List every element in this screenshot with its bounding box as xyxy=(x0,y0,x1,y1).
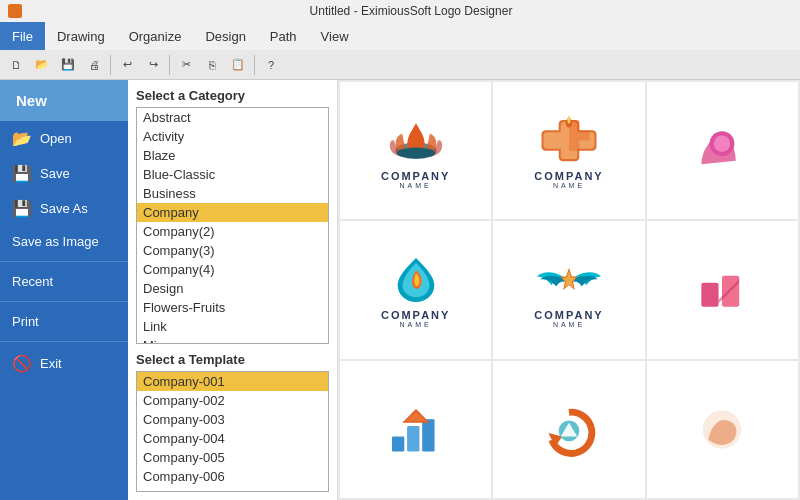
template-item[interactable]: Company-007 xyxy=(137,486,328,491)
app-icon xyxy=(8,4,22,18)
save-as-label: Save As xyxy=(40,201,88,216)
menu-item-file[interactable]: File xyxy=(0,22,45,50)
preview-cell-1[interactable]: COMPANY NAME xyxy=(340,82,491,219)
window-icons xyxy=(8,4,22,18)
toolbar-paste[interactable]: 📋 xyxy=(226,53,250,77)
open-label: Open xyxy=(40,131,72,146)
exit-icon: 🚫 xyxy=(12,354,32,373)
category-item[interactable]: Business xyxy=(137,184,328,203)
template-item[interactable]: Company-003 xyxy=(137,410,328,429)
divider1 xyxy=(0,261,128,262)
svg-rect-13 xyxy=(422,419,434,451)
toolbar-copy[interactable]: ⎘ xyxy=(200,53,224,77)
category-item[interactable]: Misc xyxy=(137,336,328,343)
template-item[interactable]: Company-004 xyxy=(137,429,328,448)
toolbar-print[interactable]: 🖨 xyxy=(82,53,106,77)
save-as-icon: 💾 xyxy=(12,199,32,218)
preview-cell-5[interactable]: COMPANY NAME xyxy=(493,221,644,358)
save-icon: 💾 xyxy=(12,164,32,183)
save-item[interactable]: 💾 Save xyxy=(0,156,128,191)
logo-building xyxy=(381,402,451,457)
category-item[interactable]: Activity xyxy=(137,127,328,146)
toolbar-sep2 xyxy=(169,55,170,75)
toolbar-undo[interactable]: ↩ xyxy=(115,53,139,77)
preview-cell-6[interactable] xyxy=(647,221,798,358)
toolbar-sep3 xyxy=(254,55,255,75)
template-list[interactable]: Company-001Company-002Company-003Company… xyxy=(137,372,328,491)
company-name-4: COMPANY xyxy=(381,309,450,321)
logo-arrow xyxy=(534,402,604,457)
template-title: Select a Template xyxy=(136,352,329,367)
category-section: Select a Category AbstractActivityBlazeB… xyxy=(136,88,329,344)
template-item[interactable]: Company-006 xyxy=(137,467,328,486)
preview-cell-2[interactable]: COMPANY NAME xyxy=(493,82,644,219)
title-bar: Untitled - EximiousSoft Logo Designer xyxy=(0,0,800,22)
menu-item-path[interactable]: Path xyxy=(258,22,309,50)
company-sub-5: NAME xyxy=(553,321,585,328)
template-item[interactable]: Company-001 xyxy=(137,372,328,391)
toolbar-help[interactable]: ? xyxy=(259,53,283,77)
logo-partial xyxy=(687,123,757,178)
divider2 xyxy=(0,301,128,302)
preview-cell-9[interactable] xyxy=(647,361,798,498)
window-title: Untitled - EximiousSoft Logo Designer xyxy=(30,4,792,18)
toolbar-redo[interactable]: ↪ xyxy=(141,53,165,77)
category-item[interactable]: Design xyxy=(137,279,328,298)
company-name-5: COMPANY xyxy=(534,309,603,321)
company-name-2: COMPANY xyxy=(534,170,603,182)
open-item[interactable]: 📂 Open xyxy=(0,121,128,156)
center-panel: Select a Category AbstractActivityBlazeB… xyxy=(128,80,338,500)
toolbar-cut[interactable]: ✂ xyxy=(174,53,198,77)
category-item[interactable]: Company xyxy=(137,203,328,222)
toolbar-sep1 xyxy=(110,55,111,75)
svg-rect-0 xyxy=(8,4,22,18)
toolbar-new[interactable]: 🗋 xyxy=(4,53,28,77)
preview-cell-3[interactable] xyxy=(647,82,798,219)
category-item[interactable]: Company(4) xyxy=(137,260,328,279)
category-item[interactable]: Link xyxy=(137,317,328,336)
recent-item[interactable]: Recent xyxy=(0,266,128,297)
menu-item-drawing[interactable]: Drawing xyxy=(45,22,117,50)
category-item[interactable]: Blue-Classic xyxy=(137,165,328,184)
exit-item[interactable]: 🚫 Exit xyxy=(0,346,128,381)
preview-cell-4[interactable]: COMPANY NAME xyxy=(340,221,491,358)
save-as-image-label: Save as Image xyxy=(12,234,99,249)
print-item[interactable]: Print xyxy=(0,306,128,337)
menu-item-view[interactable]: View xyxy=(309,22,361,50)
new-button[interactable]: New xyxy=(0,80,128,121)
template-item[interactable]: Company-005 xyxy=(137,448,328,467)
file-panel: New 📂 Open 💾 Save 💾 Save As Save as Imag… xyxy=(0,80,128,500)
company-sub-1: NAME xyxy=(400,182,432,189)
category-list[interactable]: AbstractActivityBlazeBlue-ClassicBusines… xyxy=(137,108,328,343)
svg-rect-11 xyxy=(392,436,404,451)
save-label: Save xyxy=(40,166,70,181)
toolbar-save[interactable]: 💾 xyxy=(56,53,80,77)
svg-rect-12 xyxy=(407,426,419,451)
category-item[interactable]: Flowers-Fruits xyxy=(137,298,328,317)
preview-cell-8[interactable] xyxy=(493,361,644,498)
main-layout: New 📂 Open 💾 Save 💾 Save As Save as Imag… xyxy=(0,80,800,500)
preview-cell-7[interactable] xyxy=(340,361,491,498)
toolbar-open[interactable]: 📂 xyxy=(30,53,54,77)
logo-drop xyxy=(381,252,451,307)
category-item[interactable]: Blaze xyxy=(137,146,328,165)
save-as-image-item[interactable]: Save as Image xyxy=(0,226,128,257)
save-as-item[interactable]: 💾 Save As xyxy=(0,191,128,226)
divider3 xyxy=(0,341,128,342)
svg-point-2 xyxy=(396,147,435,158)
exit-label: Exit xyxy=(40,356,62,371)
logo-wings xyxy=(534,252,604,307)
preview-panel: COMPANY NAME COMPANY NAME xyxy=(338,80,800,500)
svg-point-8 xyxy=(714,136,731,153)
open-icon: 📂 xyxy=(12,129,32,148)
category-item[interactable]: Abstract xyxy=(137,108,328,127)
svg-rect-9 xyxy=(702,283,719,307)
category-item[interactable]: Company(2) xyxy=(137,222,328,241)
category-item[interactable]: Company(3) xyxy=(137,241,328,260)
logo-partial-3 xyxy=(687,402,757,457)
menu-item-design[interactable]: Design xyxy=(193,22,257,50)
company-sub-4: NAME xyxy=(400,321,432,328)
template-item[interactable]: Company-002 xyxy=(137,391,328,410)
company-sub-2: NAME xyxy=(553,182,585,189)
menu-item-organize[interactable]: Organize xyxy=(117,22,194,50)
